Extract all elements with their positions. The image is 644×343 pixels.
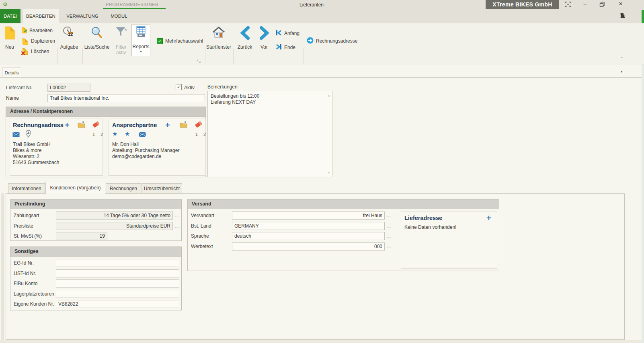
eigene-kunden-nr-label: Eigene Kunden Nr. <box>14 301 54 307</box>
anfang-label: Anfang <box>284 31 299 36</box>
tab-modul[interactable]: MODUL <box>105 9 133 23</box>
rechnungsadresse-card: Rechnungsadress + <box>10 119 103 176</box>
tab-verwaltung[interactable]: VERWALTUNG <box>64 9 100 23</box>
skip-to-end-icon <box>276 44 282 51</box>
mwst-input[interactable] <box>56 232 107 240</box>
name-input[interactable] <box>47 94 205 102</box>
subtab-informationen[interactable]: Informationen <box>8 183 45 194</box>
puzzle-addin-icon[interactable] <box>619 12 626 21</box>
close-button[interactable]: ✕ <box>616 1 626 7</box>
anfang-button[interactable]: Anfang <box>276 29 304 38</box>
duplizieren-label: Duplizieren <box>31 38 55 44</box>
eigene-kunden-nr-input[interactable] <box>56 300 179 308</box>
zahlungsart-input[interactable] <box>56 212 173 220</box>
fibu-konto-input[interactable] <box>56 279 179 288</box>
restore-button[interactable] <box>599 2 605 9</box>
loeschen-button[interactable]: Löschen <box>22 47 64 56</box>
envelope-icon[interactable] <box>139 131 146 139</box>
preisliste-more-button[interactable]: … <box>174 223 180 229</box>
adresse-kontaktpersonen-group: Adresse / Kontaktpersonen Rechnungsadres… <box>6 107 206 177</box>
ende-button[interactable]: Ende <box>276 43 304 52</box>
scroll-down-icon[interactable]: ▼ <box>327 170 330 176</box>
bemerkungen-textarea[interactable]: Bestellungen bis 12:00 Lieferung NEXT DA… <box>207 91 332 177</box>
subtab-rechnungen[interactable]: Rechnungen <box>106 183 141 194</box>
aufgabe-button[interactable]: 12 Aufgabe <box>59 25 79 58</box>
duplizieren-button[interactable]: Duplizieren <box>22 37 64 45</box>
ust-id-input[interactable] <box>56 269 179 277</box>
tab-bearbeiten[interactable]: BEARBEITEN <box>23 9 59 23</box>
startfenster-button[interactable]: Startfenster <box>206 25 231 58</box>
rechnungsadresse-link[interactable]: Rechnungsadresse <box>307 37 357 45</box>
programmdesigner-underline <box>103 8 166 9</box>
scroll-up-icon[interactable]: ▲ <box>327 92 330 99</box>
loeschen-label: Löschen <box>31 49 49 54</box>
aktiv-checkbox[interactable]: ✓ <box>176 84 182 90</box>
tab-datei[interactable]: DATEI <box>0 9 21 23</box>
add-lieferadresse-button[interactable]: + <box>486 215 491 221</box>
subtab-konditionen[interactable]: Konditionen (Vorgaben) <box>45 182 105 194</box>
konditionen-tab-page: Preisfindung Zahlungsart … Preisliste … … <box>6 193 625 340</box>
zahlungsart-more-button[interactable]: … <box>174 213 180 218</box>
bearbeiten-button[interactable]: Bearbeiten <box>22 26 64 35</box>
favorite-star-icon[interactable]: ★ <box>125 130 130 138</box>
envelope-icon[interactable] <box>12 131 20 139</box>
vor-button[interactable]: Vor <box>256 25 272 58</box>
chevron-right-icon <box>259 26 270 41</box>
zurueck-button[interactable]: Zurück <box>235 25 254 58</box>
lieferant-nr-input[interactable] <box>47 84 90 92</box>
versand-header: Versand <box>188 199 499 209</box>
preisfindung-header: Preisfindung <box>10 199 181 209</box>
versandart-label: Versandart <box>191 213 214 218</box>
open-folder-icon[interactable] <box>78 121 86 129</box>
filter-aktiv-button: Filter aktiv <box>112 25 130 61</box>
add-address-button[interactable]: + <box>65 122 70 128</box>
sprache-more-button[interactable]: … <box>386 233 392 239</box>
lagerplatzretouren-input[interactable] <box>56 290 179 298</box>
open-folder-icon[interactable] <box>180 121 188 129</box>
werbetext-input[interactable] <box>232 242 385 251</box>
sprache-input[interactable] <box>232 232 385 240</box>
add-contact-button[interactable]: + <box>165 122 170 128</box>
mehrfachauswahl-label: Mehrfachauswahl <box>165 38 203 44</box>
preisfindung-group: Preisfindung Zahlungsart … Preisliste … … <box>10 199 182 241</box>
versandart-input[interactable] <box>232 212 385 220</box>
reports-button[interactable]: Reports ▾ <box>131 24 150 56</box>
eraser-icon[interactable] <box>92 121 100 128</box>
contact-pin-icon[interactable] <box>25 130 31 139</box>
bottom-scrollbar-track[interactable] <box>0 340 644 343</box>
pager-page-2[interactable]: 2 <box>100 132 103 137</box>
tabstrip-divider <box>0 77 644 78</box>
reports-label: Reports <box>132 44 150 49</box>
contact-line: Abteilung: Purchasing Manager <box>112 148 179 154</box>
search-icon <box>90 26 103 40</box>
arrow-circle-icon <box>307 37 314 45</box>
werbetext-more-button[interactable]: … <box>386 244 392 249</box>
bst-land-more-button[interactable]: … <box>386 223 392 229</box>
collapse-ribbon-icon[interactable]: ⌃ <box>620 56 623 60</box>
tab-details[interactable]: Details <box>2 68 21 78</box>
neu-button[interactable]: Neu <box>1 25 18 58</box>
liste-suche-button[interactable]: Liste/Suche <box>84 25 110 58</box>
ansprechpartner-card: Ansprechpartne + ★ ★ <box>109 119 206 176</box>
programmdesigner-label: PROGRAMMDESIGNER <box>106 2 158 7</box>
eraser-icon[interactable] <box>195 121 202 128</box>
ribbon: Neu Bearbeiten Duplizieren <box>0 23 644 64</box>
pager-page-1[interactable]: 1 <box>195 132 198 137</box>
lieferadresse-empty-text: Keine Daten vorhanden! <box>404 224 456 230</box>
splitter-handle[interactable] <box>1 193 4 340</box>
focus-window-icon[interactable] <box>564 1 572 10</box>
subtab-umsatzuebersicht[interactable]: Umsatzübersicht <box>142 183 182 194</box>
mehrfachauswahl-toggle[interactable]: ✓ Mehrfachauswahl <box>157 37 204 45</box>
task-badge: 12 <box>68 32 73 37</box>
eg-id-label: EG-Id Nr. <box>14 260 34 266</box>
eg-id-input[interactable] <box>56 259 179 267</box>
pager-page-1[interactable]: 1 <box>92 132 95 137</box>
gear-icon[interactable]: ⚙ <box>3 1 8 7</box>
tab-list-caret-icon[interactable]: ▾ <box>621 70 623 74</box>
bst-land-input[interactable] <box>232 222 385 230</box>
favorite-star-icon[interactable]: ★ <box>112 130 117 138</box>
minimize-button[interactable]: – <box>580 1 590 7</box>
preisliste-input[interactable] <box>56 222 173 230</box>
versandart-more-button[interactable]: … <box>386 213 392 218</box>
pager-page-2[interactable]: 2 <box>203 132 206 137</box>
